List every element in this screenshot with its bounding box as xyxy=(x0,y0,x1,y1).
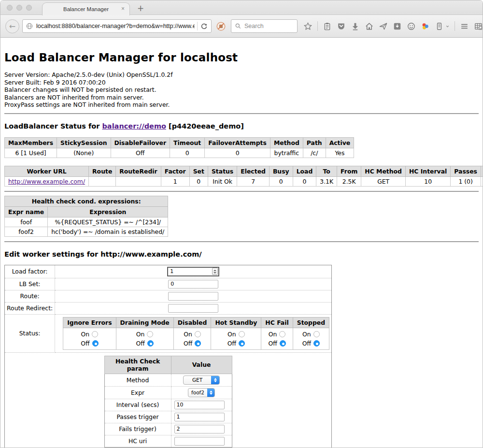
lb-set-input[interactable] xyxy=(168,280,218,289)
lb-set-row: LB Set: xyxy=(5,278,332,290)
search-input[interactable] xyxy=(244,23,293,29)
stopped-off-radio[interactable] xyxy=(313,340,320,347)
interval-input[interactable] xyxy=(174,401,225,409)
disabled-radios: On Off xyxy=(173,328,211,349)
hc-fail-off-radio[interactable] xyxy=(280,340,286,347)
cell-routeredir xyxy=(116,176,161,186)
zoom-window-button[interactable] xyxy=(26,5,32,11)
col-hc-interval: HC Interval xyxy=(405,166,450,176)
col-route: Route xyxy=(89,166,116,176)
hc-fail-on-radio[interactable] xyxy=(279,331,285,337)
col-hc-fail: HC Fail xyxy=(261,317,293,328)
expr-table-title: Health check cond. expressions: xyxy=(5,196,168,206)
cell-set: 0 xyxy=(189,176,208,186)
hot-standby-off-radio[interactable] xyxy=(239,340,245,347)
lb-set-label: LB Set: xyxy=(5,278,55,290)
hc-uri-input[interactable] xyxy=(174,437,225,446)
col-draining-mode: Draining Mode xyxy=(116,317,173,328)
tab-balancer-manager[interactable]: Balancer Manager × xyxy=(42,2,130,15)
balancer-header-row: MaxMembers StickySession DisableFailover… xyxy=(5,137,354,148)
page-content: Load Balancer Manager for localhost Serv… xyxy=(0,51,483,448)
load-factor-label: Load factor: xyxy=(5,265,55,278)
color-dots-extension-icon[interactable] xyxy=(421,22,430,31)
persist-notice-line: Balancer changes will NOT be persisted o… xyxy=(4,86,479,94)
col-timeout: Timeout xyxy=(170,137,205,148)
disabled-on-radio[interactable] xyxy=(195,331,201,337)
route-redirect-input[interactable] xyxy=(168,304,218,313)
draining-mode-off-radio[interactable] xyxy=(147,340,154,347)
reload-icon[interactable] xyxy=(200,22,208,30)
new-tab-button[interactable]: + xyxy=(137,3,144,13)
number-stepper[interactable] xyxy=(212,268,218,275)
hc-fail-radios: On Off xyxy=(261,328,293,349)
on-label: On xyxy=(136,331,145,338)
expr-row-foof2: foof2 hc('body') =~ /domain is establish… xyxy=(5,227,168,236)
hot-standby-on-radio[interactable] xyxy=(239,331,245,337)
search-icon xyxy=(235,23,242,29)
balancer-demo-link[interactable]: balancer://demo xyxy=(102,122,166,130)
search-field[interactable] xyxy=(231,19,298,33)
tab-groups-grid-icon[interactable] xyxy=(474,22,483,31)
back-button[interactable]: ← xyxy=(5,19,19,33)
download-arrow-icon[interactable] xyxy=(351,22,360,31)
col-factor: Factor xyxy=(161,166,189,176)
tab-title: Balancer Manager xyxy=(63,6,109,12)
pocket-icon[interactable] xyxy=(337,22,346,31)
worker-url-link[interactable]: http://www.example.com/ xyxy=(8,178,85,185)
health-check-row: Health Check param Value Method GET xyxy=(5,352,332,448)
cell-stickysession: (None) xyxy=(57,148,111,158)
tab-close-icon[interactable]: × xyxy=(121,5,125,12)
url-bar[interactable]: localhost:8880/balancer-manager?b=demo&w… xyxy=(22,19,212,33)
expr-select[interactable]: foof2 xyxy=(188,388,215,397)
cell-factor: 1 xyxy=(161,176,189,186)
hamburger-menu-icon[interactable] xyxy=(460,22,469,31)
disabled-off-radio[interactable] xyxy=(195,340,201,347)
worker-header-row: Worker URL Route RouteRedir Factor Set S… xyxy=(5,166,483,176)
on-label: On xyxy=(227,331,236,338)
col-worker-url: Worker URL xyxy=(5,166,89,176)
cell-timeout: 0 xyxy=(170,148,205,158)
status-flags-header-row: Ignore Errors Draining Mode Disabled Hot… xyxy=(63,317,329,328)
section-divider xyxy=(4,241,479,242)
bookmark-star-icon[interactable] xyxy=(303,22,313,31)
smiley-feedback-icon[interactable] xyxy=(407,22,416,31)
method-select[interactable]: GET xyxy=(183,376,220,385)
cell-passes: 1 (0) xyxy=(451,176,481,186)
url-text: localhost:8880/balancer-manager?b=demo&w… xyxy=(36,23,195,29)
cell-method: bytraffic xyxy=(270,148,303,158)
home-icon[interactable] xyxy=(365,22,374,31)
cell-hc-method: GET xyxy=(361,176,406,186)
cell-disablefailover: Off xyxy=(111,148,170,158)
save-to-device-icon[interactable] xyxy=(393,22,402,31)
col-busy: Busy xyxy=(269,166,293,176)
off-label: Off xyxy=(184,340,192,347)
passes-input[interactable] xyxy=(174,413,225,421)
minimize-window-button[interactable] xyxy=(16,5,22,11)
clipboard-icon[interactable] xyxy=(323,22,332,31)
chevron-down-icon xyxy=(445,24,450,29)
expr-name: foof2 xyxy=(5,227,48,236)
cell-failoverattempts: 0 xyxy=(205,148,270,158)
close-window-button[interactable] xyxy=(7,5,13,11)
cell-path: /c/ xyxy=(303,148,326,158)
off-label: Off xyxy=(268,340,277,347)
col-value: Value xyxy=(171,356,232,374)
ignore-errors-on-radio[interactable] xyxy=(92,331,98,337)
load-factor-input[interactable]: 1 xyxy=(167,267,219,276)
adblocker-icon[interactable] xyxy=(216,21,226,31)
proxypass-notice-line: ProxyPass settings are NOT inherited fro… xyxy=(4,101,479,109)
section-divider xyxy=(4,191,479,192)
send-plane-icon[interactable] xyxy=(379,22,388,31)
draining-mode-on-radio[interactable] xyxy=(147,331,153,337)
notes-extension-group[interactable] xyxy=(435,22,450,31)
col-expression: Expression xyxy=(48,206,168,217)
health-check-expressions-table: Health check cond. expressions: Expr nam… xyxy=(4,196,168,237)
edit-worker-form: Load factor: 1 LB Set: Route: xyxy=(4,265,332,448)
stopped-on-radio[interactable] xyxy=(313,331,320,337)
fails-input[interactable] xyxy=(174,425,225,434)
load-factor-value: 1 xyxy=(170,268,212,275)
route-input[interactable] xyxy=(168,292,218,301)
ignore-errors-off-radio[interactable] xyxy=(92,340,99,347)
loadbalancer-status-heading: LoadBalancer Status for balancer://demo … xyxy=(4,122,479,130)
col-failoverattempts: FailoverAttempts xyxy=(205,137,270,148)
